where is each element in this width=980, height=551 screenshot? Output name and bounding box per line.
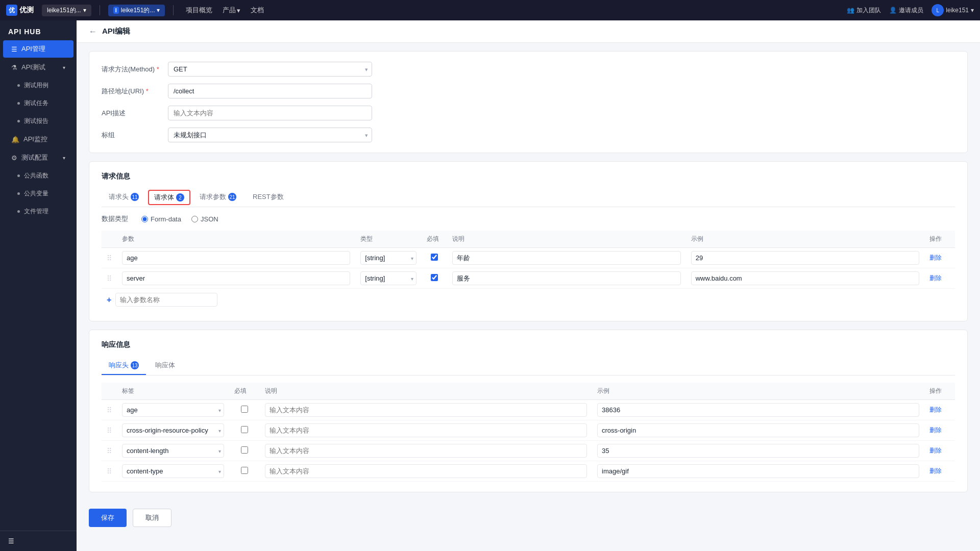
- drag-handle[interactable]: ⠿: [107, 447, 112, 455]
- resp-delete-cl[interactable]: 删除: [929, 446, 942, 455]
- example-input-row2[interactable]: [691, 271, 919, 285]
- th-desc: 说明: [447, 231, 685, 248]
- resp-example-corp[interactable]: [597, 423, 919, 437]
- tab-request-header[interactable]: 请求头 11: [102, 188, 146, 207]
- param-name-input[interactable]: [122, 271, 350, 285]
- sidebar-item-file-mgmt[interactable]: 文件管理: [3, 203, 74, 220]
- invite-member-btn[interactable]: 👤 邀请成员: [889, 6, 923, 15]
- method-row: 请求方法(Method) * GET POST PUT DELETE PATCH…: [102, 62, 955, 77]
- th-drag: [102, 231, 117, 248]
- add-param-icon[interactable]: +: [107, 295, 111, 305]
- avatar: L: [932, 4, 944, 16]
- workspace2-btn[interactable]: I leike151的... ▾: [108, 5, 165, 16]
- sidebar-item-test-case[interactable]: 测试用例: [3, 77, 74, 94]
- tab-response-body[interactable]: 响应体: [148, 357, 182, 375]
- add-param-input[interactable]: [115, 293, 217, 307]
- top-nav: 优 优测 leike151的... ▾ I leike151的... ▾ 项目概…: [0, 0, 980, 20]
- resp-required-age[interactable]: [241, 406, 248, 413]
- desc-input[interactable]: [168, 106, 372, 120]
- delete-btn-row1[interactable]: 删除: [929, 254, 942, 262]
- sidebar-item-test-config[interactable]: ⚙ 测试配置 ▾: [3, 149, 74, 166]
- table-row: ⠿ [string] [integer] [boolean] ▾: [102, 248, 955, 268]
- add-param-row: +: [102, 289, 955, 311]
- sidebar-item-public-var[interactable]: 公共变量: [3, 185, 74, 202]
- type-select[interactable]: [string] [integer] [boolean]: [360, 271, 416, 285]
- resp-desc-corp[interactable]: [265, 423, 587, 437]
- sidebar-item-public-func[interactable]: 公共函数: [3, 167, 74, 184]
- desc-input-row1[interactable]: [452, 251, 680, 265]
- tag-select-ct[interactable]: content-type: [122, 464, 224, 478]
- nav-divider: [100, 5, 100, 15]
- resp-th-desc: 说明: [260, 383, 592, 400]
- uri-input[interactable]: [168, 84, 372, 98]
- drag-handle[interactable]: ⠿: [107, 427, 112, 435]
- resp-required-corp[interactable]: [241, 426, 248, 433]
- resp-desc-cl[interactable]: [265, 444, 587, 458]
- back-button[interactable]: ←: [89, 27, 97, 36]
- save-button[interactable]: 保存: [89, 509, 127, 527]
- resp-example-cl[interactable]: [597, 444, 919, 458]
- drag-handle[interactable]: ⠿: [107, 406, 112, 414]
- request-info-title: 请求信息: [102, 172, 955, 181]
- tag-select[interactable]: 未规划接口: [168, 128, 372, 142]
- drag-handle[interactable]: ⠿: [107, 274, 112, 283]
- resp-delete-corp[interactable]: 删除: [929, 426, 942, 435]
- desc-input-row2[interactable]: [452, 271, 680, 285]
- th-type: 类型: [355, 231, 422, 248]
- logo: 优 优测: [6, 5, 34, 16]
- sidebar-item-api-monitor[interactable]: 🔔 API监控: [3, 131, 74, 148]
- drag-handle[interactable]: ⠿: [107, 254, 112, 262]
- method-select-wrap: GET POST PUT DELETE PATCH ▾: [168, 62, 372, 77]
- sidebar-title: API HUB: [0, 20, 77, 40]
- delete-btn-row2[interactable]: 删除: [929, 274, 942, 283]
- resp-delete-ct[interactable]: 删除: [929, 467, 942, 475]
- main-content: ← API编辑 请求方法(Method) * GET POST PUT: [77, 20, 980, 551]
- radio-json[interactable]: JSON: [191, 215, 218, 223]
- tab-request-body[interactable]: 请求体 2: [148, 190, 190, 205]
- uri-row: 路径地址(URI) *: [102, 84, 955, 98]
- tab-response-header[interactable]: 响应头 13: [102, 357, 146, 375]
- sidebar-item-test-report[interactable]: 测试报告: [3, 113, 74, 130]
- tag-label: 标组: [102, 131, 168, 140]
- sidebar-collapse[interactable]: ☰: [0, 531, 77, 551]
- workspace1-btn[interactable]: leike151的... ▾: [42, 5, 91, 16]
- type-select[interactable]: [string] [integer] [boolean]: [360, 251, 416, 265]
- resp-example-ct[interactable]: [597, 464, 919, 478]
- desc-label: API描述: [102, 109, 168, 118]
- resp-delete-age[interactable]: 删除: [929, 406, 942, 414]
- uri-label: 路径地址(URI) *: [102, 87, 168, 96]
- tag-select-corp[interactable]: cross-origin-resource-policy: [122, 423, 224, 437]
- nav-product[interactable]: 产品 ▾: [223, 6, 240, 15]
- drag-handle[interactable]: ⠿: [107, 467, 112, 475]
- nav-overview[interactable]: 项目概览: [186, 6, 212, 15]
- required-checkbox[interactable]: [431, 254, 438, 261]
- method-select[interactable]: GET POST PUT DELETE PATCH: [168, 62, 372, 77]
- sidebar-item-api-management[interactable]: ☰ API管理: [3, 40, 74, 58]
- required-checkbox[interactable]: [431, 274, 438, 281]
- resp-desc-ct[interactable]: [265, 464, 587, 478]
- sidebar-item-test-task[interactable]: 测试任务: [3, 95, 74, 112]
- tag-select-age[interactable]: age: [122, 403, 224, 417]
- table-row: ⠿ age ▾: [102, 400, 955, 420]
- cancel-button[interactable]: 取消: [133, 509, 172, 527]
- tab-rest-params[interactable]: REST参数: [246, 188, 291, 207]
- basic-form-section: 请求方法(Method) * GET POST PUT DELETE PATCH…: [89, 51, 968, 153]
- resp-required-cl[interactable]: [241, 446, 248, 454]
- tag-select-cl[interactable]: content-length: [122, 444, 224, 458]
- resp-th-tag: 标签: [117, 383, 229, 400]
- user-menu-btn[interactable]: L leike151 ▾: [932, 4, 974, 16]
- logo-text: 优测: [19, 6, 34, 15]
- join-team-btn[interactable]: 👥 加入团队: [847, 6, 881, 15]
- form-footer: 保存 取消: [89, 500, 968, 535]
- sidebar-item-api-test[interactable]: ⚗ API测试 ▾: [3, 59, 74, 76]
- resp-desc-age[interactable]: [265, 403, 587, 417]
- method-label: 请求方法(Method) *: [102, 65, 168, 74]
- table-row: ⠿ cross-origin-resource-policy ▾: [102, 420, 955, 441]
- resp-required-ct[interactable]: [241, 467, 248, 474]
- resp-example-age[interactable]: [597, 403, 919, 417]
- tab-request-params[interactable]: 请求参数 21: [192, 188, 243, 207]
- param-name-input[interactable]: [122, 251, 350, 265]
- example-input-row1[interactable]: [691, 251, 919, 265]
- radio-form-data[interactable]: Form-data: [141, 215, 181, 223]
- nav-docs[interactable]: 文档: [251, 6, 264, 15]
